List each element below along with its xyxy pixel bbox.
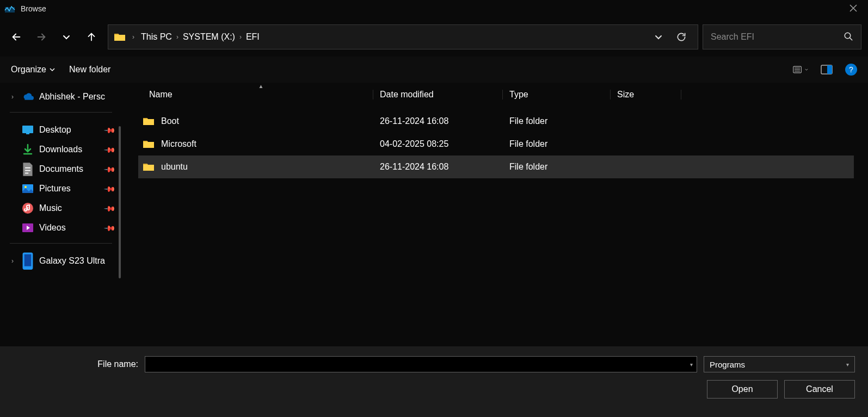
- app-icon: [4, 3, 15, 14]
- sidebar-item-label: Videos: [39, 223, 100, 233]
- sidebar-item-pictures[interactable]: Pictures 📌: [2, 179, 120, 198]
- svg-rect-7: [827, 65, 832, 74]
- svg-rect-11: [25, 167, 30, 168]
- pin-icon: 📌: [103, 221, 116, 234]
- column-header-type[interactable]: Type: [503, 90, 611, 99]
- phone-icon: [22, 255, 34, 267]
- filter-label: Programs: [710, 360, 745, 369]
- forward-button[interactable]: [35, 30, 48, 43]
- filename-input[interactable]: [145, 356, 697, 372]
- recent-dropdown[interactable]: [60, 30, 73, 43]
- address-bar[interactable]: › This PC › SYSTEM (X:) › EFI: [108, 24, 698, 49]
- chevron-right-icon: ›: [175, 33, 180, 41]
- pin-icon: 📌: [103, 182, 116, 195]
- sidebar-item-label: Galaxy S23 Ultra: [39, 256, 114, 266]
- music-icon: [22, 202, 34, 214]
- document-icon: [22, 163, 34, 175]
- sidebar-item-label: Downloads: [39, 145, 100, 154]
- toolbar: Organize New folder ?: [0, 57, 868, 83]
- file-rows: Boot 26-11-2024 16:08 File folder Micros…: [124, 107, 868, 178]
- file-type: File folder: [503, 139, 611, 149]
- file-row[interactable]: ubuntu 26-11-2024 16:08 File folder: [138, 155, 854, 178]
- download-icon: [22, 144, 34, 155]
- file-name: ubuntu: [161, 162, 188, 172]
- pin-icon: 📌: [103, 163, 116, 175]
- separator: [10, 112, 112, 113]
- file-name: Boot: [161, 116, 179, 126]
- column-header-date[interactable]: Date modified: [373, 90, 503, 99]
- onedrive-icon: [22, 91, 34, 103]
- svg-rect-8: [22, 126, 33, 133]
- main-area: › Abhishek - Persc Desktop 📌 Downloads 📌: [0, 83, 868, 346]
- folder-icon: [143, 139, 155, 149]
- window-title: Browse: [21, 4, 46, 13]
- address-history-dropdown[interactable]: [652, 30, 665, 43]
- filename-label: File name:: [13, 359, 138, 369]
- pin-icon: 📌: [103, 123, 116, 136]
- sidebar: › Abhishek - Persc Desktop 📌 Downloads 📌: [0, 83, 124, 346]
- sidebar-item-label: Pictures: [39, 184, 100, 194]
- search-input[interactable]: [711, 32, 838, 42]
- breadcrumb-item[interactable]: EFI: [246, 32, 260, 42]
- chevron-right-icon: ›: [238, 33, 243, 41]
- search-icon[interactable]: [844, 32, 853, 43]
- sidebar-item-desktop[interactable]: Desktop 📌: [2, 120, 120, 140]
- folder-icon: [143, 116, 155, 126]
- chevron-right-icon[interactable]: ›: [9, 93, 16, 101]
- file-date: 26-11-2024 16:08: [373, 162, 503, 172]
- back-button[interactable]: [10, 30, 23, 43]
- pin-icon: 📌: [103, 202, 116, 214]
- view-options-button[interactable]: [793, 62, 808, 77]
- column-header-name[interactable]: ▲ Name: [149, 90, 373, 99]
- picture-icon: [22, 183, 34, 195]
- file-row[interactable]: Microsoft 04-02-2025 08:25 File folder: [138, 133, 854, 155]
- separator: [10, 243, 112, 244]
- file-name: Microsoft: [161, 139, 196, 149]
- breadcrumb-item[interactable]: This PC: [141, 32, 172, 42]
- desktop-icon: [22, 124, 34, 136]
- sort-indicator-icon: ▲: [258, 83, 264, 89]
- sidebar-item-downloads[interactable]: Downloads 📌: [2, 140, 120, 159]
- file-type-filter[interactable]: Programs ▾: [704, 356, 855, 372]
- chevron-right-icon[interactable]: ›: [9, 257, 16, 265]
- titlebar: Browse: [0, 0, 868, 17]
- file-list-area: ▲ Name Date modified Type Size Boot 26-1…: [124, 83, 868, 346]
- folder-icon: [114, 32, 126, 42]
- file-type: File folder: [503, 116, 611, 126]
- refresh-button[interactable]: [675, 30, 688, 43]
- sidebar-item-music[interactable]: Music 📌: [2, 198, 120, 218]
- svg-rect-19: [24, 254, 32, 266]
- open-button[interactable]: Open: [707, 380, 778, 399]
- sidebar-item-device[interactable]: › Galaxy S23 Ultra: [2, 251, 120, 271]
- search-box[interactable]: [703, 24, 861, 49]
- chevron-right-icon: ›: [131, 33, 136, 41]
- navbar: › This PC › SYSTEM (X:) › EFI: [0, 17, 868, 57]
- breadcrumb-item[interactable]: SYSTEM (X:): [183, 32, 235, 42]
- folder-icon: [143, 162, 155, 172]
- sidebar-item-onedrive[interactable]: › Abhishek - Persc: [2, 87, 120, 107]
- chevron-down-icon[interactable]: ▾: [690, 362, 693, 368]
- preview-pane-button[interactable]: [819, 62, 834, 77]
- svg-rect-13: [25, 172, 28, 173]
- video-icon: [22, 222, 34, 234]
- sidebar-item-label: Music: [39, 203, 100, 213]
- chevron-down-icon: ▾: [846, 362, 849, 368]
- sidebar-item-videos[interactable]: Videos 📌: [2, 218, 120, 238]
- file-date: 26-11-2024 16:08: [373, 116, 503, 126]
- sidebar-item-label: Desktop: [39, 125, 100, 135]
- sidebar-item-label: Abhishek - Persc: [39, 92, 114, 102]
- close-button[interactable]: [843, 1, 864, 17]
- file-row[interactable]: Boot 26-11-2024 16:08 File folder: [138, 110, 854, 133]
- svg-point-15: [24, 186, 27, 188]
- sidebar-item-documents[interactable]: Documents 📌: [2, 159, 120, 179]
- help-button[interactable]: ?: [845, 64, 857, 76]
- cancel-button[interactable]: Cancel: [784, 380, 855, 399]
- organize-button[interactable]: Organize: [11, 65, 55, 74]
- svg-rect-12: [25, 170, 30, 171]
- footer: File name: ▾ Programs ▾ Open Cancel: [0, 346, 868, 405]
- up-button[interactable]: [85, 30, 98, 43]
- file-date: 04-02-2025 08:25: [373, 139, 503, 149]
- new-folder-button[interactable]: New folder: [69, 65, 110, 74]
- pin-icon: 📌: [103, 143, 116, 155]
- column-header-size[interactable]: Size: [611, 90, 681, 99]
